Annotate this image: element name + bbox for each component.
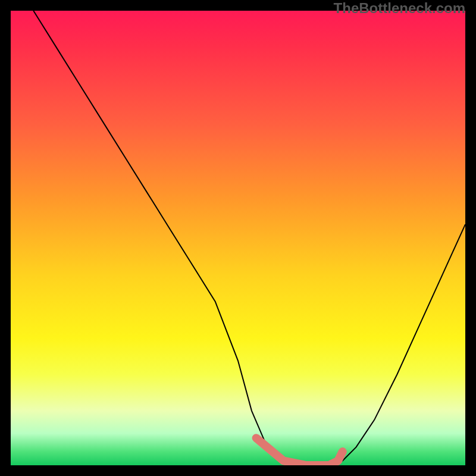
plot-area [11,11,465,465]
bottleneck-curve-line [33,11,465,465]
chart-svg [11,11,465,465]
highlight-salmon-line [256,438,343,465]
watermark-text: TheBottleneck.com [334,0,465,17]
chart-frame: TheBottleneck.com [0,0,476,476]
